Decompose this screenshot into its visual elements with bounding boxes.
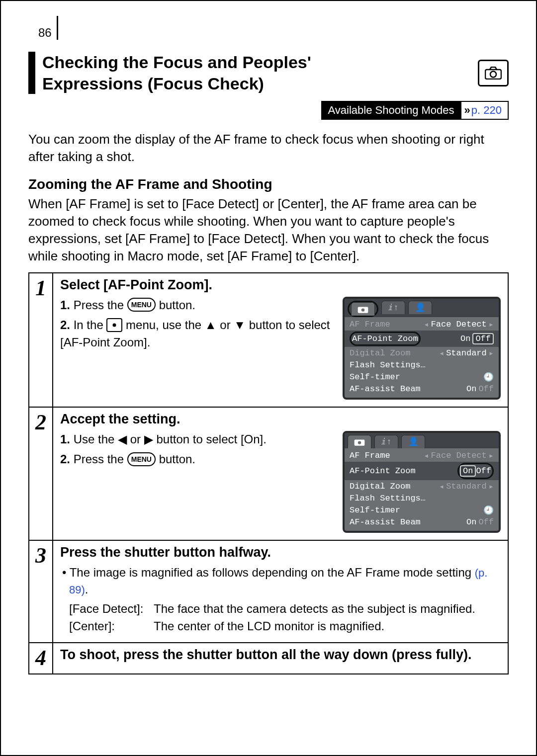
manual-page: 86 Checking the Focus and Peoples' Expre… — [0, 0, 537, 756]
page-number: 86 — [38, 16, 58, 40]
record-menu-icon — [106, 318, 122, 332]
step-4-body-cell: To shoot, press the shutter button all t… — [53, 643, 508, 674]
lcd-tab-camera — [351, 302, 375, 316]
page-reference-box[interactable]: » p. 220 — [461, 101, 509, 120]
page-reference-link: p. 220 — [471, 104, 502, 117]
self-timer-icon: 🕘 — [483, 505, 494, 515]
step-3-title: Press the shutter button halfway. — [60, 545, 501, 560]
lcd-row-digital-zoom: Digital Zoom ◂Standard▸ — [345, 347, 499, 359]
lcd-row-af-assist: AF-assist Beam On Off — [345, 383, 499, 395]
arrow-down-icon: ▼ — [234, 318, 246, 332]
center-desc: The center of the LCD monitor is magnifi… — [154, 618, 384, 635]
svg-point-1 — [490, 71, 496, 77]
step-4-number: 4 — [35, 646, 46, 670]
title-accent-bar — [28, 52, 35, 94]
section-title: Checking the Focus and Peoples' Expressi… — [42, 52, 473, 94]
step-number-cell: 2 — [29, 407, 53, 540]
subsection-paragraph: When [AF Frame] is set to [Face Detect] … — [28, 195, 509, 265]
step-2-number: 2 — [35, 410, 46, 434]
available-modes-label: Available Shooting Modes — [321, 101, 461, 120]
step-3-body-cell: Press the shutter button halfway. • The … — [53, 540, 508, 643]
section-title-row: Checking the Focus and Peoples' Expressi… — [28, 52, 509, 94]
lcd-row-af-point-zoom: AF-Point Zoom On Off — [345, 331, 499, 347]
page-number-box: 86 — [38, 16, 509, 40]
available-modes-row: Available Shooting Modes » p. 220 — [28, 101, 509, 120]
camera-icon — [485, 67, 502, 80]
arrow-right-icon: ▶ — [144, 432, 153, 446]
shooting-mode-icon-box — [478, 60, 509, 86]
step-1-number: 1 — [35, 276, 46, 300]
lcd-tab-highlight — [348, 301, 378, 317]
svg-point-4 — [361, 308, 364, 311]
lcd-row-digital-zoom: Digital Zoom ◂Standard▸ — [345, 480, 499, 493]
step-2-title: Accept the setting. — [60, 412, 501, 427]
step-4-title: To shoot, press the shutter button all t… — [60, 647, 501, 663]
lcd-tab-tools: ⅈ↑ — [381, 301, 405, 314]
list-num: 1. — [60, 298, 70, 312]
list-num: 1. — [60, 432, 70, 446]
lcd-row-af-frame: AF Frame ◂Face Detect▸ — [345, 449, 499, 462]
lcd-tab-tools: ⅈ↑ — [374, 435, 398, 448]
self-timer-icon: 🕘 — [483, 372, 494, 382]
lcd-screenshot-2: ⅈ↑ 👤 AF Frame ◂Face Detect▸ AF-Point Zoo… — [343, 431, 501, 533]
lcd-row-af-frame: AF Frame ◂Face Detect▸ — [345, 318, 499, 331]
menu-button-icon: MENU — [127, 452, 156, 466]
face-detect-desc: The face that the camera detects as the … — [154, 600, 475, 618]
step-number-cell: 1 — [29, 273, 53, 407]
arrow-up-icon: ▲ — [205, 318, 217, 332]
lcd-tab-person: 👤 — [401, 435, 425, 448]
face-detect-label: [Face Detect]: — [69, 600, 149, 618]
lcd-row-self-timer: Self-timer 🕘 — [345, 371, 499, 383]
step-3-number: 3 — [35, 543, 46, 568]
steps-table: 1 Select [AF-Point Zoom]. 1. Press the M… — [28, 272, 509, 674]
list-num: 2. — [60, 318, 70, 332]
lcd-row-flash: Flash Settings… — [345, 493, 499, 504]
chevron-right-icon: » — [464, 104, 467, 117]
step-3-instructions: • The image is magnified as follows depe… — [60, 564, 501, 635]
step-2-body-cell: Accept the setting. 1. Use the ◀ or ▶ bu… — [53, 407, 508, 540]
lcd-row-af-point-zoom: AF-Point Zoom On Off — [345, 462, 499, 480]
step-number-cell: 3 — [29, 540, 53, 643]
center-label: [Center]: — [69, 618, 149, 635]
menu-button-icon: MENU — [127, 298, 156, 312]
step-1-body-cell: Select [AF-Point Zoom]. 1. Press the MEN… — [53, 273, 508, 407]
step-2-instructions: 1. Use the ◀ or ▶ button to select [On].… — [60, 431, 336, 533]
step-1-instructions: 1. Press the MENU button. 2. In the men — [60, 297, 336, 400]
lcd-screenshot-1: ⅈ↑ 👤 AF Frame ◂Face Detect▸ AF-Point Zoo… — [343, 297, 501, 400]
list-num: 2. — [60, 452, 70, 466]
lcd-row-af-assist: AF-assist Beam On Off — [345, 516, 499, 528]
lcd-row-self-timer: Self-timer 🕘 — [345, 504, 499, 516]
svg-point-2 — [113, 324, 116, 327]
step-number-cell: 4 — [29, 643, 53, 674]
svg-point-6 — [358, 441, 361, 444]
title-line-1: Checking the Focus and Peoples' — [42, 53, 311, 72]
lcd-row-flash: Flash Settings… — [345, 359, 499, 371]
lcd-tab-camera — [348, 435, 371, 448]
step-1-title: Select [AF-Point Zoom]. — [60, 277, 501, 293]
subsection-heading: Zooming the AF Frame and Shooting — [28, 176, 509, 192]
arrow-left-icon: ◀ — [118, 432, 127, 446]
intro-paragraph: You can zoom the display of the AF frame… — [28, 131, 509, 166]
lcd-tab-person: 👤 — [408, 301, 432, 314]
title-line-2: Expressions (Focus Check) — [42, 74, 264, 93]
